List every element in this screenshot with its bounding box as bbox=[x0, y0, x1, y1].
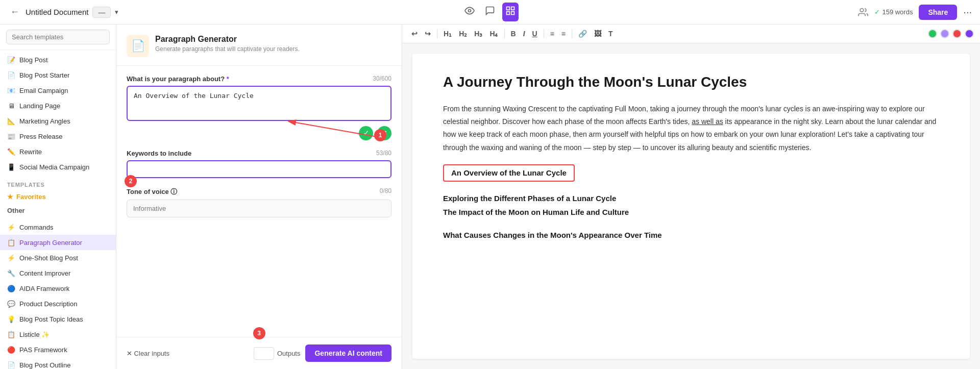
word-count: ✓ 159 words bbox=[874, 8, 913, 16]
search-input[interactable] bbox=[6, 30, 110, 44]
undo-button[interactable]: ↩ bbox=[408, 28, 421, 40]
editor-toolbar: ↩ ↪ H₁ H₂ H₃ H₄ B I U ≡ ≡ 🔗 🖼 T bbox=[402, 24, 980, 43]
listicle-icon: 📋 bbox=[7, 330, 15, 338]
editor-content[interactable]: A Journey Through the Moon's Lunar Cycle… bbox=[412, 54, 970, 359]
sidebar-item-product-description[interactable]: 💬 Product Description bbox=[0, 296, 116, 311]
sidebar-item-blog-post-starter[interactable]: 📄 Blog Post Starter bbox=[0, 67, 116, 83]
h2-button[interactable]: H₂ bbox=[456, 28, 470, 40]
input-actions: ✓ ↺ bbox=[127, 126, 391, 140]
sidebar-item-landing-page[interactable]: 🖥 Landing Page bbox=[0, 98, 116, 113]
sidebar-item-rewrite[interactable]: ✏️ Rewrite bbox=[0, 144, 116, 159]
sidebar: 📝 Blog Post 📄 Blog Post Starter 📧 Email … bbox=[0, 24, 116, 369]
dash-button[interactable]: — bbox=[92, 7, 111, 18]
marketing-icon: 📐 bbox=[7, 117, 15, 125]
svg-rect-3 bbox=[507, 12, 510, 15]
clear-button[interactable]: ✕ Clear inputs bbox=[127, 350, 169, 357]
topbar: ← Untitled Document — ▾ ✓ 159 words Shar… bbox=[0, 0, 980, 24]
sidebar-item-paragraph-generator[interactable]: 📋 Paragraph Generator bbox=[0, 235, 116, 250]
email-icon: 📧 bbox=[7, 86, 15, 94]
doc-paragraph-1: From the stunning Waxing Crescent to the… bbox=[443, 103, 939, 154]
sidebar-other-items: ⚡ Commands 📋 Paragraph Generator ⚡ One-S… bbox=[0, 217, 116, 369]
bold-button[interactable]: B bbox=[508, 28, 519, 40]
svg-rect-4 bbox=[511, 12, 514, 15]
redo-button[interactable]: ↪ bbox=[422, 28, 434, 40]
h4-button[interactable]: H₄ bbox=[486, 28, 501, 40]
color-violet[interactable] bbox=[965, 29, 974, 38]
annotation-2: 2 bbox=[125, 175, 137, 187]
format-button[interactable]: T bbox=[605, 28, 616, 40]
generate-button[interactable]: Generate AI content bbox=[305, 345, 391, 362]
field3-label: Tone of voice ⓘ 0/80 bbox=[127, 187, 391, 196]
outputs-input[interactable]: 2 bbox=[254, 347, 274, 360]
sidebar-item-social-media[interactable]: 📱 Social Media Campaign bbox=[0, 159, 116, 175]
italic-button[interactable]: I bbox=[520, 28, 528, 40]
highlighted-box: An Overview of the Lunar Cycle bbox=[443, 164, 575, 182]
annotation-1: 1 bbox=[374, 129, 386, 141]
svg-point-5 bbox=[861, 8, 864, 12]
blog-post-icon: 📝 bbox=[7, 56, 15, 64]
dropdown-button[interactable]: ▾ bbox=[115, 8, 118, 16]
doc-title: Untitled Document bbox=[26, 8, 88, 16]
templates-label: TEMPLATES bbox=[0, 177, 116, 190]
middle-panel: 📄 Paragraph Generator Generate paragraph… bbox=[116, 24, 402, 369]
bottom-actions: ✕ Clear inputs 2 Outputs Generate AI con… bbox=[116, 337, 402, 369]
sidebar-item-blog-topic-ideas[interactable]: 💡 Blog Post Topic Ideas bbox=[0, 311, 116, 327]
ol-button[interactable]: ≡ bbox=[547, 28, 557, 40]
ul-button[interactable]: ≡ bbox=[558, 28, 569, 40]
sidebar-item-content-improver[interactable]: 🔧 Content Improver bbox=[0, 265, 116, 281]
chat-button[interactable] bbox=[482, 3, 498, 21]
sidebar-item-marketing-angles[interactable]: 📐 Marketing Angles bbox=[0, 113, 116, 129]
doc-subheading-2: The Impact of the Moon on Human Life and… bbox=[443, 208, 939, 216]
doc-subheading-1: Exploring the Different Phases of a Luna… bbox=[443, 194, 939, 203]
field-group-tone: Tone of voice ⓘ 0/80 bbox=[127, 187, 391, 217]
color-red[interactable] bbox=[952, 29, 962, 38]
field-group-topic: What is your paragraph about? * 30/600 A… bbox=[127, 75, 391, 140]
h3-button[interactable]: H₃ bbox=[471, 28, 485, 40]
h1-button[interactable]: H₁ bbox=[440, 28, 455, 40]
color-purple[interactable] bbox=[940, 29, 949, 38]
svg-rect-2 bbox=[511, 7, 514, 10]
sidebar-item-listicle[interactable]: 📋 Listicle ✨ bbox=[0, 327, 116, 342]
topic-input[interactable]: An Overview of the Lunar Cycle bbox=[127, 86, 391, 121]
toolbar-sep-2 bbox=[504, 29, 505, 38]
panel-title: Paragraph Generator bbox=[155, 35, 300, 44]
rewrite-icon: ✏️ bbox=[7, 147, 15, 156]
sidebar-item-aida[interactable]: 🔵 AIDA Framework bbox=[0, 281, 116, 296]
back-button[interactable]: ← bbox=[8, 5, 21, 19]
sidebar-item-blog-outline[interactable]: 📄 Blog Post Outline bbox=[0, 357, 116, 369]
panel-icon: 📄 bbox=[127, 35, 149, 57]
blog-topic-icon: 💡 bbox=[7, 315, 15, 323]
blog-post-starter-icon: 📄 bbox=[7, 71, 15, 79]
svg-point-0 bbox=[469, 10, 471, 12]
link-button[interactable]: 🔗 bbox=[575, 28, 590, 40]
share-button[interactable]: Share bbox=[919, 5, 957, 20]
color-green[interactable] bbox=[928, 29, 937, 38]
underline-button[interactable]: U bbox=[529, 28, 541, 40]
product-description-icon: 💬 bbox=[7, 300, 15, 308]
sidebar-item-one-shot-blog[interactable]: ⚡ One-Shot Blog Post bbox=[0, 250, 116, 265]
sidebar-item-email-campaign[interactable]: 📧 Email Campaign bbox=[0, 83, 116, 98]
sidebar-item-press-release[interactable]: 📰 Press Release bbox=[0, 129, 116, 144]
sidebar-top-items: 📝 Blog Post 📄 Blog Post Starter 📧 Email … bbox=[0, 50, 116, 177]
panel-header: 📄 Paragraph Generator Generate paragraph… bbox=[116, 24, 402, 66]
press-release-icon: 📰 bbox=[7, 132, 15, 140]
sidebar-item-commands[interactable]: ⚡ Commands bbox=[0, 219, 116, 235]
content-improver-icon: 🔧 bbox=[7, 269, 15, 277]
more-button[interactable]: ··· bbox=[963, 6, 972, 18]
search-box bbox=[0, 24, 116, 50]
outputs-group: 2 Outputs bbox=[175, 347, 301, 360]
toolbar-sep-3 bbox=[544, 29, 544, 38]
tone-input[interactable] bbox=[127, 200, 391, 217]
panel-body: What is your paragraph about? * 30/600 A… bbox=[116, 66, 402, 337]
sidebar-item-pas[interactable]: 🔴 PAS Framework bbox=[0, 342, 116, 357]
field2-label: Keywords to include 53/80 bbox=[127, 150, 391, 157]
social-media-icon: 📱 bbox=[7, 163, 15, 171]
commands-icon: ⚡ bbox=[7, 223, 15, 231]
image-button[interactable]: 🖼 bbox=[591, 28, 604, 40]
grid-button[interactable] bbox=[502, 3, 519, 21]
main-content: 📝 Blog Post 📄 Blog Post Starter 📧 Email … bbox=[0, 24, 980, 369]
action-btn-1[interactable]: ✓ bbox=[359, 126, 373, 140]
keywords-input[interactable]: lunar cycle, phases, new moon, crescent,… bbox=[127, 160, 391, 178]
eye-button[interactable] bbox=[461, 3, 478, 21]
sidebar-item-blog-post[interactable]: 📝 Blog Post bbox=[0, 52, 116, 67]
